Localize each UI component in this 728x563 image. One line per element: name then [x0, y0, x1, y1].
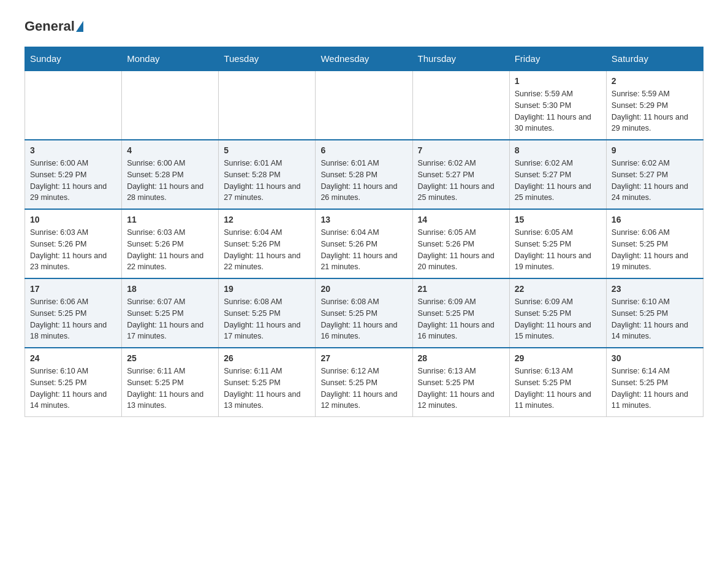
calendar-cell: 16Sunrise: 6:06 AM Sunset: 5:25 PM Dayli…: [606, 209, 703, 278]
calendar-cell: [316, 71, 412, 140]
day-info: Sunrise: 6:02 AM Sunset: 5:27 PM Dayligh…: [515, 158, 601, 204]
day-info: Sunrise: 6:04 AM Sunset: 5:26 PM Dayligh…: [224, 227, 310, 273]
calendar-week-row: 17Sunrise: 6:06 AM Sunset: 5:25 PM Dayli…: [25, 278, 703, 348]
day-number: 21: [418, 284, 504, 294]
calendar-cell: 24Sunrise: 6:10 AM Sunset: 5:25 PM Dayli…: [25, 348, 122, 417]
day-info: Sunrise: 6:06 AM Sunset: 5:25 PM Dayligh…: [612, 227, 698, 273]
day-number: 17: [30, 284, 116, 294]
day-info: Sunrise: 6:03 AM Sunset: 5:26 PM Dayligh…: [30, 227, 116, 273]
day-info: Sunrise: 5:59 AM Sunset: 5:30 PM Dayligh…: [515, 88, 601, 134]
day-number: 4: [127, 145, 213, 155]
day-info: Sunrise: 6:10 AM Sunset: 5:25 PM Dayligh…: [612, 296, 698, 342]
day-info: Sunrise: 6:00 AM Sunset: 5:28 PM Dayligh…: [127, 158, 213, 204]
page-header: General: [25, 18, 703, 34]
day-info: Sunrise: 6:03 AM Sunset: 5:26 PM Dayligh…: [127, 227, 213, 273]
calendar-cell: 27Sunrise: 6:12 AM Sunset: 5:25 PM Dayli…: [316, 348, 412, 417]
calendar-cell: 22Sunrise: 6:09 AM Sunset: 5:25 PM Dayli…: [509, 278, 606, 348]
day-info: Sunrise: 6:01 AM Sunset: 5:28 PM Dayligh…: [224, 158, 310, 204]
calendar-week-row: 24Sunrise: 6:10 AM Sunset: 5:25 PM Dayli…: [25, 348, 703, 417]
day-number: 6: [320, 145, 407, 155]
day-info: Sunrise: 6:13 AM Sunset: 5:25 PM Dayligh…: [515, 366, 601, 412]
day-info: Sunrise: 6:00 AM Sunset: 5:29 PM Dayligh…: [30, 158, 116, 204]
calendar-week-row: 3Sunrise: 6:00 AM Sunset: 5:29 PM Daylig…: [25, 140, 703, 209]
calendar-cell: 25Sunrise: 6:11 AM Sunset: 5:25 PM Dayli…: [122, 348, 219, 417]
day-number: 12: [224, 215, 310, 224]
day-number: 28: [418, 353, 504, 363]
day-number: 14: [418, 215, 504, 224]
calendar-cell: 23Sunrise: 6:10 AM Sunset: 5:25 PM Dayli…: [606, 278, 703, 348]
day-number: 30: [612, 353, 698, 363]
calendar-cell: 4Sunrise: 6:00 AM Sunset: 5:28 PM Daylig…: [122, 140, 219, 209]
logo-triangle-icon: [76, 21, 83, 32]
day-info: Sunrise: 6:06 AM Sunset: 5:25 PM Dayligh…: [30, 296, 116, 342]
col-header-thursday: Thursday: [412, 47, 509, 71]
calendar-header-row: SundayMondayTuesdayWednesdayThursdayFrid…: [25, 47, 703, 71]
day-number: 25: [127, 353, 213, 363]
day-number: 26: [224, 353, 310, 363]
day-info: Sunrise: 6:08 AM Sunset: 5:25 PM Dayligh…: [320, 296, 407, 342]
day-info: Sunrise: 6:02 AM Sunset: 5:27 PM Dayligh…: [418, 158, 504, 204]
day-number: 23: [612, 284, 698, 294]
calendar-cell: 17Sunrise: 6:06 AM Sunset: 5:25 PM Dayli…: [25, 278, 122, 348]
day-number: 13: [320, 215, 407, 224]
day-number: 27: [320, 353, 407, 363]
day-number: 2: [612, 76, 698, 86]
day-number: 20: [320, 284, 407, 294]
day-number: 19: [224, 284, 310, 294]
day-info: Sunrise: 6:11 AM Sunset: 5:25 PM Dayligh…: [224, 366, 310, 412]
day-number: 16: [612, 215, 698, 224]
day-number: 1: [515, 76, 601, 86]
calendar-cell: 26Sunrise: 6:11 AM Sunset: 5:25 PM Dayli…: [219, 348, 316, 417]
calendar-cell: [25, 71, 122, 140]
col-header-friday: Friday: [509, 47, 606, 71]
day-info: Sunrise: 6:14 AM Sunset: 5:25 PM Dayligh…: [612, 366, 698, 412]
day-number: 18: [127, 284, 213, 294]
calendar-week-row: 10Sunrise: 6:03 AM Sunset: 5:26 PM Dayli…: [25, 209, 703, 278]
calendar-cell: 3Sunrise: 6:00 AM Sunset: 5:29 PM Daylig…: [25, 140, 122, 209]
calendar-cell: 20Sunrise: 6:08 AM Sunset: 5:25 PM Dayli…: [316, 278, 412, 348]
calendar-cell: [122, 71, 219, 140]
calendar-cell: 1Sunrise: 5:59 AM Sunset: 5:30 PM Daylig…: [509, 71, 606, 140]
day-info: Sunrise: 6:10 AM Sunset: 5:25 PM Dayligh…: [30, 366, 116, 412]
calendar-cell: 11Sunrise: 6:03 AM Sunset: 5:26 PM Dayli…: [122, 209, 219, 278]
calendar-week-row: 1Sunrise: 5:59 AM Sunset: 5:30 PM Daylig…: [25, 71, 703, 140]
day-number: 15: [515, 215, 601, 224]
day-number: 3: [30, 145, 116, 155]
calendar-cell: 6Sunrise: 6:01 AM Sunset: 5:28 PM Daylig…: [316, 140, 412, 209]
day-info: Sunrise: 6:11 AM Sunset: 5:25 PM Dayligh…: [127, 366, 213, 412]
day-number: 9: [612, 145, 698, 155]
day-number: 8: [515, 145, 601, 155]
calendar-cell: 19Sunrise: 6:08 AM Sunset: 5:25 PM Dayli…: [219, 278, 316, 348]
calendar-cell: 14Sunrise: 6:05 AM Sunset: 5:26 PM Dayli…: [412, 209, 509, 278]
col-header-monday: Monday: [122, 47, 219, 71]
day-number: 10: [30, 215, 116, 224]
calendar-cell: 30Sunrise: 6:14 AM Sunset: 5:25 PM Dayli…: [606, 348, 703, 417]
logo-text-general: General: [25, 18, 75, 34]
col-header-sunday: Sunday: [25, 47, 122, 71]
day-number: 22: [515, 284, 601, 294]
calendar-cell: 29Sunrise: 6:13 AM Sunset: 5:25 PM Dayli…: [509, 348, 606, 417]
day-number: 29: [515, 353, 601, 363]
calendar-cell: 5Sunrise: 6:01 AM Sunset: 5:28 PM Daylig…: [219, 140, 316, 209]
day-info: Sunrise: 6:05 AM Sunset: 5:26 PM Dayligh…: [418, 227, 504, 273]
calendar-cell: 10Sunrise: 6:03 AM Sunset: 5:26 PM Dayli…: [25, 209, 122, 278]
day-number: 24: [30, 353, 116, 363]
day-number: 5: [224, 145, 310, 155]
day-info: Sunrise: 6:02 AM Sunset: 5:27 PM Dayligh…: [612, 158, 698, 204]
calendar-cell: 28Sunrise: 6:13 AM Sunset: 5:25 PM Dayli…: [412, 348, 509, 417]
calendar-cell: 8Sunrise: 6:02 AM Sunset: 5:27 PM Daylig…: [509, 140, 606, 209]
col-header-saturday: Saturday: [606, 47, 703, 71]
calendar-cell: 13Sunrise: 6:04 AM Sunset: 5:26 PM Dayli…: [316, 209, 412, 278]
day-info: Sunrise: 6:04 AM Sunset: 5:26 PM Dayligh…: [320, 227, 407, 273]
calendar-cell: 15Sunrise: 6:05 AM Sunset: 5:25 PM Dayli…: [509, 209, 606, 278]
day-info: Sunrise: 6:01 AM Sunset: 5:28 PM Dayligh…: [320, 158, 407, 204]
logo: General: [25, 18, 85, 34]
calendar-cell: 2Sunrise: 5:59 AM Sunset: 5:29 PM Daylig…: [606, 71, 703, 140]
calendar-cell: 21Sunrise: 6:09 AM Sunset: 5:25 PM Dayli…: [412, 278, 509, 348]
day-info: Sunrise: 6:05 AM Sunset: 5:25 PM Dayligh…: [515, 227, 601, 273]
calendar-cell: 12Sunrise: 6:04 AM Sunset: 5:26 PM Dayli…: [219, 209, 316, 278]
day-info: Sunrise: 6:09 AM Sunset: 5:25 PM Dayligh…: [418, 296, 504, 342]
col-header-wednesday: Wednesday: [316, 47, 412, 71]
day-info: Sunrise: 6:12 AM Sunset: 5:25 PM Dayligh…: [320, 366, 407, 412]
calendar-cell: [219, 71, 316, 140]
